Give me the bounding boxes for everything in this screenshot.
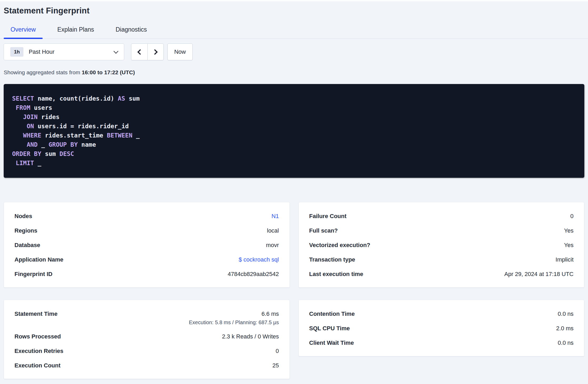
stat-value-link[interactable]: N1	[271, 212, 279, 220]
stat-label: Nodes	[14, 212, 32, 220]
stat-value-link[interactable]: $ cockroach sql	[239, 256, 279, 263]
sql-code-line: ORDER BY sum DESC	[12, 149, 576, 159]
stat-value: 2.3 k Reads / 0 Writes	[222, 333, 279, 340]
stat-value: 0.0 ns	[558, 310, 574, 318]
sql-text	[12, 132, 23, 139]
stat-value: 0.0 ns	[558, 339, 574, 347]
page-title: Statement Fingerprint	[4, 6, 584, 16]
stat-label: Regions	[14, 227, 37, 234]
stat-row-full-scan: Full scan?Yes	[309, 227, 574, 234]
sql-keyword: GROUP BY	[48, 141, 78, 148]
sql-keyword: JOIN	[23, 114, 38, 120]
sql-keyword: SELECT	[12, 95, 34, 102]
stat-label: Full scan?	[309, 227, 338, 234]
stat-value: Yes	[564, 241, 574, 249]
stat-label: Last execution time	[309, 270, 363, 278]
chevron-right-icon	[152, 49, 157, 55]
sql-keyword: FROM	[16, 104, 30, 111]
sql-code-line: JOIN rides	[12, 112, 576, 122]
stats-cards-grid: NodesN1RegionslocalDatabasemovrApplicati…	[4, 202, 584, 383]
stat-label: Contention Time	[309, 310, 355, 318]
sql-keyword: BETWEEN	[107, 132, 132, 139]
sql-text: _	[34, 160, 41, 166]
stat-label: Application Name	[14, 256, 63, 263]
stat-row-execution-retries: Execution Retries0	[14, 347, 279, 355]
sql-text: name, count(rides.id)	[34, 95, 118, 102]
execution-stats-card: Statement Time6.6 msExecution: 5.8 ms / …	[4, 300, 290, 379]
stat-value: Implicit	[556, 256, 574, 263]
stat-row-last-execution-time: Last execution timeApr 29, 2024 at 17:18…	[309, 270, 574, 278]
stat-value: 25	[272, 362, 279, 369]
tab-overview[interactable]: Overview	[4, 26, 43, 38]
stat-row-nodes: NodesN1	[14, 212, 279, 220]
stat-row-application-name: Application Name$ cockroach sql	[14, 256, 279, 263]
sql-text: _	[38, 141, 49, 148]
stat-row-execution-count: Execution Count25	[14, 362, 279, 369]
stat-value: movr	[266, 241, 279, 249]
sql-code-line: ON users.id = rides.rider_id	[12, 122, 576, 131]
sql-code: SELECT name, count(rides.id) AS sum FROM…	[12, 94, 576, 168]
chevron-left-icon	[137, 49, 143, 55]
sql-keyword: DESC	[59, 150, 74, 157]
stats-summary-text: Showing aggregated stats from 16:00 to 1…	[4, 69, 584, 76]
sql-code-line: FROM users	[12, 103, 576, 112]
stat-label: Rows Processed	[14, 333, 61, 340]
prev-interval-button[interactable]	[131, 43, 147, 60]
sql-text	[12, 104, 16, 111]
time-range-label: Past Hour	[29, 48, 54, 55]
sql-text	[12, 123, 27, 130]
execution-attributes-card: Failure Count0Full scan?YesVectorized ex…	[298, 202, 585, 288]
stat-label: Transaction type	[309, 256, 355, 263]
stat-label: Statement Time	[14, 310, 57, 318]
sql-text: users.id = rides.rider_id	[34, 123, 129, 130]
stats-summary-prefix: Showing aggregated stats from	[4, 69, 82, 75]
sql-text: sum	[125, 95, 139, 102]
sql-text: rides.start_time	[41, 132, 107, 139]
statement-details-card: NodesN1RegionslocalDatabasemovrApplicati…	[4, 202, 290, 288]
stat-value: 2.0 ms	[556, 324, 574, 332]
stat-label: Vectorized execution?	[309, 241, 370, 249]
interval-arrow-group	[131, 43, 164, 60]
stat-row-transaction-type: Transaction typeImplicit	[309, 256, 574, 263]
time-range-badge: 1h	[10, 47, 23, 57]
next-interval-button[interactable]	[147, 43, 164, 60]
sql-keyword: AND	[27, 141, 38, 148]
stat-row-sql-cpu-time: SQL CPU Time2.0 ms	[309, 324, 574, 332]
sql-text: _	[132, 132, 140, 139]
sql-keyword: AS	[118, 95, 125, 102]
stat-label: Execution Retries	[14, 347, 63, 355]
time-range-dropdown[interactable]: 1h Past Hour	[4, 43, 124, 60]
stat-row-client-wait-time: Client Wait Time0.0 ns	[309, 339, 574, 347]
tab-explain-plans[interactable]: Explain Plans	[51, 26, 101, 38]
stats-summary-range: 16:00 to 17:22 (UTC)	[82, 69, 135, 75]
stat-label: Execution Count	[14, 362, 61, 369]
stat-row-database: Databasemovr	[14, 241, 279, 249]
sql-keyword: LIMIT	[16, 160, 34, 166]
sql-keyword: ON	[27, 123, 34, 130]
chevron-down-icon	[113, 49, 118, 53]
stat-value: local	[267, 227, 279, 234]
tab-diagnostics[interactable]: Diagnostics	[109, 26, 154, 38]
stat-row-statement-time: Statement Time6.6 msExecution: 5.8 ms / …	[14, 310, 279, 326]
sql-text	[12, 160, 16, 166]
stat-value: Yes	[564, 227, 574, 234]
sql-code-line: WHERE rides.start_time BETWEEN _	[12, 131, 576, 140]
stat-row-failure-count: Failure Count0	[309, 212, 574, 220]
stat-row-rows-processed: Rows Processed2.3 k Reads / 0 Writes	[14, 333, 279, 340]
stat-value: 0	[570, 212, 574, 220]
stat-row-contention-time: Contention Time0.0 ns	[309, 310, 574, 318]
stat-value: 6.6 ms	[261, 310, 279, 318]
sql-keyword: WHERE	[23, 132, 41, 139]
sql-text: name	[78, 141, 96, 148]
statement-fingerprint-page: Statement Fingerprint OverviewExplain Pl…	[0, 1, 588, 383]
sql-text: rides	[38, 114, 59, 120]
sql-text	[12, 141, 27, 148]
stat-label: Fingerprint ID	[14, 270, 52, 278]
sql-text	[12, 114, 23, 120]
timing-stats-card: Contention Time0.0 nsSQL CPU Time2.0 msC…	[298, 300, 585, 356]
sql-statement-box: SELECT name, count(rides.id) AS sum FROM…	[4, 84, 584, 178]
now-button[interactable]: Now	[167, 43, 193, 60]
sql-keyword: ORDER BY	[12, 150, 41, 157]
stat-label: Database	[14, 241, 40, 249]
sql-text: users	[30, 104, 52, 111]
